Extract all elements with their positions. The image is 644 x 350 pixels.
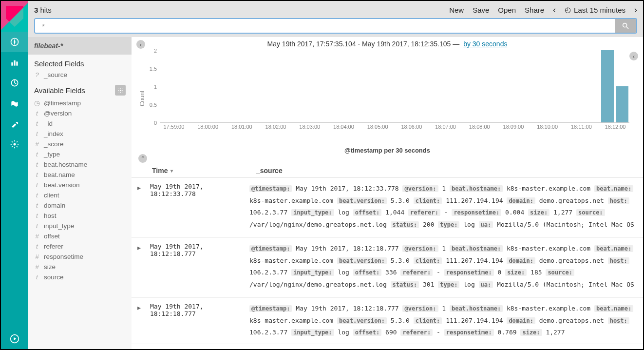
toggle-chart-icon[interactable]: ⌃ — [138, 154, 147, 163]
field-type-icon: t — [34, 192, 40, 199]
field-type-icon: t — [34, 161, 40, 168]
field-type-icon: t — [34, 222, 40, 230]
field-type-icon: t — [34, 151, 40, 158]
field-key: offset: — [353, 209, 382, 216]
field-key: client: — [414, 317, 442, 324]
field-key: beat.version: — [337, 197, 387, 204]
field-client[interactable]: tclient — [28, 190, 132, 200]
kibana-logo[interactable] — [1, 1, 28, 32]
field-source[interactable]: tsource — [28, 272, 132, 282]
open-button[interactable]: Open — [498, 6, 516, 14]
x-tick: 18:00:00 — [197, 124, 218, 130]
x-tick: 18:05:00 — [367, 124, 388, 130]
index-pattern-selector[interactable]: filebeat-* — [28, 37, 132, 55]
field-responsetime[interactable]: #responsetime — [28, 252, 132, 262]
docs-table-header: Time ▾ _source — [132, 163, 643, 178]
field-name: _source — [44, 71, 67, 78]
time-picker[interactable]: ◴ Last 15 minutes — [565, 5, 625, 14]
time-prev-icon[interactable]: ‹ — [553, 5, 556, 15]
doc-time: May 19th 2017, 18:12:18.777 — [145, 303, 249, 317]
svg-line-8 — [626, 27, 628, 29]
time-next-icon[interactable]: › — [634, 5, 637, 15]
svg-rect-3 — [16, 61, 18, 65]
selected-fields-heading: Selected Fields — [28, 55, 132, 70]
field-key: domain: — [507, 197, 535, 204]
nav-discover-icon[interactable] — [1, 32, 28, 52]
interval-link[interactable]: by 30 seconds — [463, 40, 507, 48]
field-beat.name[interactable]: tbeat.name — [28, 170, 132, 180]
field-@timestamp[interactable]: ◷@timestamp — [28, 97, 132, 108]
chart-bar[interactable] — [601, 50, 614, 122]
field-input_type[interactable]: tinput_type — [28, 221, 132, 231]
doc-time: May 19th 2017, 18:12:18.777 — [145, 243, 249, 257]
field-name: referer — [44, 243, 63, 250]
field-key: @timestamp: — [249, 245, 292, 252]
nav-visualize-icon[interactable] — [1, 52, 28, 73]
nav-devtools-icon[interactable] — [1, 114, 28, 134]
time-range-text: May 19th 2017, 17:57:35.104 - May 19th 2… — [267, 40, 460, 48]
save-button[interactable]: Save — [473, 6, 489, 14]
share-button[interactable]: Share — [525, 6, 544, 14]
field-host[interactable]: thost — [28, 211, 132, 221]
field-beat.version[interactable]: tbeat.version — [28, 180, 132, 190]
x-tick: 18:07:00 — [435, 124, 456, 130]
search-input[interactable] — [35, 19, 615, 33]
field-beat.hostname[interactable]: tbeat.hostname — [28, 159, 132, 170]
nav-collapse-icon[interactable] — [1, 329, 28, 349]
field-size[interactable]: #size — [28, 262, 132, 272]
fields-settings-button[interactable] — [115, 85, 126, 96]
field-referer[interactable]: treferer — [28, 241, 132, 252]
field-name: size — [44, 263, 56, 271]
svg-point-5 — [14, 143, 16, 146]
top-bar: 3 hits New Save Open Share ‹ ◴ Last 15 m… — [28, 1, 643, 19]
new-button[interactable]: New — [449, 6, 464, 14]
field-type-icon: t — [34, 181, 40, 189]
field-key: type: — [438, 281, 459, 288]
field-key: source: — [546, 269, 574, 276]
field-key: @timestamp: — [249, 305, 292, 312]
field-name: @version — [44, 110, 72, 117]
field-key: @timestamp: — [249, 185, 292, 192]
x-tick: 18:01:00 — [231, 124, 252, 130]
field-key: domain: — [507, 317, 535, 324]
column-time[interactable]: Time ▾ — [152, 167, 256, 175]
field-key: size: — [505, 269, 527, 276]
fields-sidebar: filebeat-* Selected Fields ?_source Avai… — [28, 37, 132, 349]
nav-management-icon[interactable] — [1, 134, 28, 155]
x-tick: 17:59:00 — [163, 124, 184, 130]
expand-row-icon[interactable]: ▸ — [137, 244, 145, 252]
y-tick: 1.5 — [150, 66, 157, 72]
field-key: beat.hostname: — [450, 305, 503, 312]
field-_index[interactable]: t_index — [28, 129, 132, 139]
field-key: beat.version: — [337, 257, 387, 264]
nav-dashboard-icon[interactable] — [1, 73, 28, 93]
field-type-icon: # — [34, 253, 40, 260]
x-tick: 18:12:00 — [605, 124, 626, 130]
field-@version[interactable]: t@version — [28, 108, 132, 118]
doc-source: @timestamp: May 19th 2017, 18:12:18.777 … — [249, 303, 637, 339]
field-type-icon: t — [34, 212, 40, 219]
field-offset[interactable]: #offset — [28, 231, 132, 241]
expand-row-icon[interactable]: ▸ — [137, 304, 145, 311]
field-_score[interactable]: #_score — [28, 139, 132, 149]
field-key: domain: — [507, 257, 535, 264]
chart-plot-area[interactable] — [160, 51, 629, 123]
chart-bar[interactable] — [616, 86, 628, 122]
nav-timelion-icon[interactable] — [1, 93, 28, 114]
y-tick: 0.5 — [150, 102, 157, 108]
table-row: ▸May 19th 2017, 18:12:33.778@timestamp: … — [132, 178, 643, 238]
sort-desc-icon: ▾ — [170, 168, 173, 174]
expand-row-icon[interactable]: ▸ — [137, 184, 145, 192]
field-key: beat.name: — [594, 245, 633, 252]
collapse-sidebar-icon[interactable]: ‹ — [136, 40, 145, 49]
field-type-icon: t — [34, 110, 40, 117]
field-_type[interactable]: t_type — [28, 149, 132, 159]
field-key: size: — [528, 209, 549, 216]
field-_id[interactable]: t_id — [28, 118, 132, 129]
column-source[interactable]: _source — [256, 167, 637, 175]
search-button[interactable] — [615, 19, 636, 33]
field-domain[interactable]: tdomain — [28, 200, 132, 211]
field-_source[interactable]: ?_source — [28, 70, 132, 80]
collapse-chart-icon[interactable]: ‹ — [629, 52, 638, 60]
field-name: @timestamp — [44, 99, 81, 107]
